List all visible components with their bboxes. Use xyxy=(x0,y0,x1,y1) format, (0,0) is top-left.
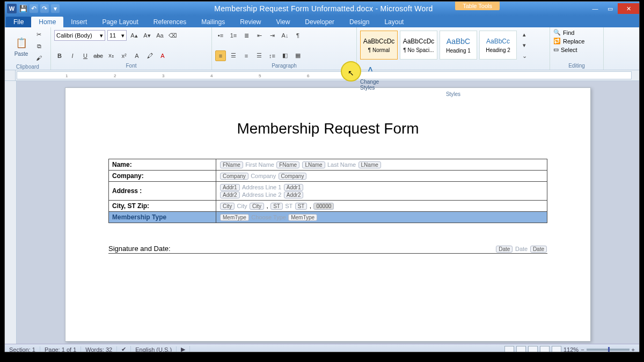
field-memtype[interactable]: MemType Choose Type MemType xyxy=(216,212,547,223)
status-macro-icon[interactable]: ▶ xyxy=(177,346,190,352)
row-address: Address : Addr1 Address Line 1 Addr1 Add… xyxy=(109,182,547,201)
numbering-icon[interactable]: 1≡ xyxy=(228,30,239,41)
group-editing: Editing xyxy=(553,62,600,70)
view-print-layout-icon[interactable] xyxy=(504,346,514,353)
doc-heading: Membership Request Form xyxy=(108,120,547,137)
horizontal-ruler[interactable]: 1234567 xyxy=(17,71,632,79)
qat-undo-icon[interactable]: ↶ xyxy=(30,4,38,13)
tab-references[interactable]: References xyxy=(146,17,194,27)
view-draft-icon[interactable] xyxy=(552,346,561,353)
field-city[interactable]: City City City , ST ST ST , 00000 xyxy=(216,201,547,212)
status-words[interactable]: Words: 32 xyxy=(81,346,117,353)
style-heading-2[interactable]: AaBbCc Heading 2 xyxy=(479,31,517,60)
borders-icon[interactable]: ▦ xyxy=(292,50,303,61)
shrink-font-icon[interactable]: A▾ xyxy=(142,30,152,41)
tab-page-layout[interactable]: Page Layout xyxy=(94,17,145,27)
minimize-button[interactable]: — xyxy=(588,3,603,14)
vertical-ruler[interactable] xyxy=(5,81,17,344)
clear-format-icon[interactable]: ⌫ xyxy=(167,30,178,41)
style-gallery-down-icon[interactable]: ▾ xyxy=(519,40,530,50)
tab-layout[interactable]: Layout xyxy=(377,17,411,27)
field-address[interactable]: Addr1 Address Line 1 Addr1 Addr2 Address… xyxy=(216,182,547,201)
superscript-icon[interactable]: x² xyxy=(119,50,129,61)
change-case-icon[interactable]: Aa xyxy=(155,30,165,41)
status-zoom[interactable]: 112% xyxy=(564,346,579,353)
style-normal[interactable]: AaBbCcDc ¶ Normal xyxy=(360,31,398,60)
zoom-out-icon[interactable]: − xyxy=(581,346,584,353)
line-spacing-icon[interactable]: ↕≡ xyxy=(267,50,277,61)
format-painter-icon[interactable]: 🖌 xyxy=(34,53,45,63)
tab-view[interactable]: View xyxy=(269,17,298,27)
group-paragraph: Paragraph xyxy=(215,62,353,70)
shading-icon[interactable]: ◧ xyxy=(280,50,290,61)
tab-file[interactable]: File xyxy=(6,17,31,27)
document-page[interactable]: Membership Request Form Name: FName Firs… xyxy=(65,87,591,342)
font-color-icon[interactable]: A xyxy=(157,50,168,61)
justify-icon[interactable]: ☰ xyxy=(254,50,265,61)
table-tools-tab[interactable]: Table Tools xyxy=(455,2,500,10)
strike-icon[interactable]: abc xyxy=(93,50,104,61)
text-effects-icon[interactable]: A xyxy=(131,50,142,61)
view-outline-icon[interactable] xyxy=(540,346,550,353)
grow-font-icon[interactable]: A▴ xyxy=(129,30,140,41)
indent-inc-icon[interactable]: ⇥ xyxy=(267,30,277,41)
status-language[interactable]: English (U.S.) xyxy=(131,346,177,353)
view-web-icon[interactable] xyxy=(528,346,538,353)
font-size-select[interactable]: 11▾ xyxy=(107,30,127,41)
italic-icon[interactable]: I xyxy=(67,50,78,61)
view-full-screen-icon[interactable] xyxy=(516,346,526,353)
show-marks-icon[interactable]: ¶ xyxy=(292,30,303,41)
sort-icon[interactable]: A↓ xyxy=(280,30,290,41)
align-left-icon[interactable]: ≡ xyxy=(215,50,226,61)
tab-mailings[interactable]: Mailings xyxy=(194,17,232,27)
page-scroll[interactable]: Membership Request Form Name: FName Firs… xyxy=(17,81,639,344)
label-address: Address : xyxy=(109,182,216,201)
tab-home[interactable]: Home xyxy=(31,17,63,27)
underline-icon[interactable]: U xyxy=(80,50,91,61)
align-center-icon[interactable]: ☰ xyxy=(228,50,239,61)
signature-row: Signature and Date: Date Date Date xyxy=(108,245,547,254)
label-city: City, ST Zip: xyxy=(109,201,216,212)
ruler-corner xyxy=(5,70,16,80)
indent-dec-icon[interactable]: ⇤ xyxy=(254,30,265,41)
row-city: City, ST Zip: City City City , ST ST ST … xyxy=(109,201,547,212)
group-clipboard: Clipboard xyxy=(8,63,47,71)
tab-developer[interactable]: Developer xyxy=(297,17,342,27)
qat-dropdown-icon[interactable]: ▾ xyxy=(51,4,60,13)
tab-design[interactable]: Design xyxy=(342,17,377,27)
label-memtype: Membership Type xyxy=(109,212,216,223)
select-button[interactable]: ▭Select xyxy=(553,46,577,53)
find-button[interactable]: 🔍Find xyxy=(553,29,574,36)
field-name[interactable]: FName First Name FName LName Last Name L… xyxy=(216,159,547,171)
font-name-select[interactable]: Calibri (Body)▾ xyxy=(54,30,105,41)
paste-button[interactable]: 📋 Paste xyxy=(11,35,32,57)
cut-icon[interactable]: ✂ xyxy=(34,29,45,40)
copy-icon[interactable]: ⧉ xyxy=(34,41,45,51)
highlight-icon[interactable]: 🖍 xyxy=(144,50,155,61)
field-company[interactable]: Company Company Company xyxy=(216,171,547,182)
close-button[interactable]: ✕ xyxy=(618,3,639,14)
zoom-slider[interactable] xyxy=(587,349,630,351)
subscript-icon[interactable]: x₂ xyxy=(106,50,116,61)
zoom-in-icon[interactable]: + xyxy=(632,346,635,353)
style-no-spacing[interactable]: AaBbCcDc ¶ No Spaci... xyxy=(400,31,437,60)
replace-button[interactable]: 🔁Replace xyxy=(553,38,584,45)
tab-insert[interactable]: Insert xyxy=(63,17,94,27)
multilevel-icon[interactable]: ≣ xyxy=(241,30,252,41)
align-right-icon[interactable]: ≡ xyxy=(241,50,252,61)
signature-date-field[interactable]: Date Date Date xyxy=(495,245,547,253)
tab-review[interactable]: Review xyxy=(232,17,268,27)
bold-icon[interactable]: B xyxy=(54,50,65,61)
status-proof-icon[interactable]: ✔ xyxy=(117,346,131,352)
maximize-button[interactable]: ▭ xyxy=(603,3,618,14)
style-gallery-up-icon[interactable]: ▴ xyxy=(519,29,530,40)
row-name: Name: FName First Name FName LName Last … xyxy=(109,159,547,171)
label-company: Company: xyxy=(109,171,216,182)
qat-save-icon[interactable]: 💾 xyxy=(19,4,27,13)
status-page[interactable]: Page: 1 of 1 xyxy=(40,346,81,353)
style-heading-1[interactable]: AaBbC Heading 1 xyxy=(440,31,477,60)
style-gallery-more-icon[interactable]: ⌄ xyxy=(519,50,530,61)
bullets-icon[interactable]: •≡ xyxy=(215,30,226,41)
qat-redo-icon[interactable]: ↷ xyxy=(40,4,49,13)
status-section[interactable]: Section: 1 xyxy=(5,346,40,353)
